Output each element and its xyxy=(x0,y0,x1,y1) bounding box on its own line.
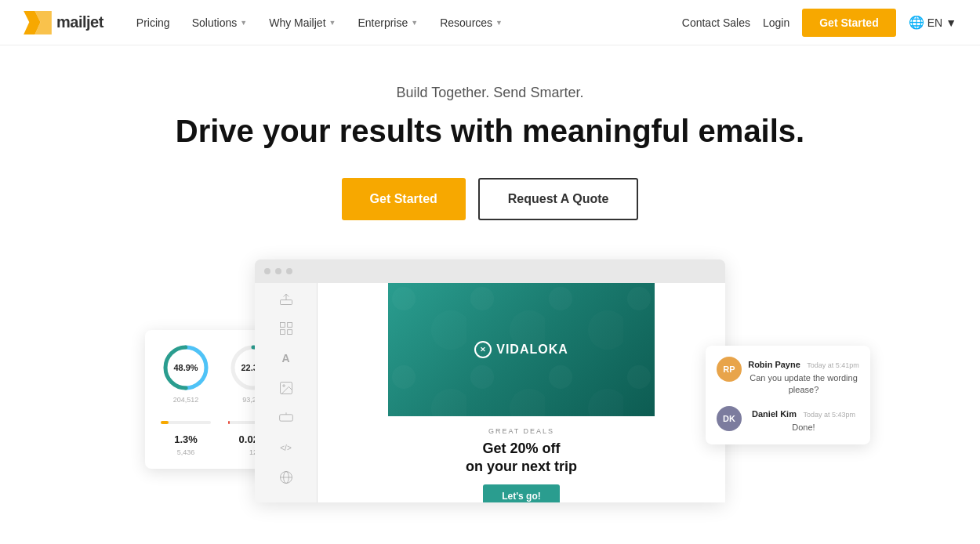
vidaloka-logo: ✕ VIDALOKA xyxy=(474,341,568,358)
email-body: GREAT DEALS Get 20% off on your next tri… xyxy=(388,416,655,502)
chevron-down-icon: ▼ xyxy=(946,16,956,29)
nav-resources[interactable]: Resources ▼ xyxy=(430,12,512,34)
language-selector[interactable]: 🌐 EN ▼ xyxy=(909,15,956,30)
email-deal-title: Get 20% off on your next trip xyxy=(401,440,642,477)
email-hero-image: ✕ VIDALOKA xyxy=(388,283,655,416)
stat-circle-1: 48.9% xyxy=(161,343,211,393)
code-icon: </> xyxy=(275,440,297,455)
nav-right: Contact Sales Login Get Started 🌐 EN ▼ xyxy=(682,9,956,37)
svg-rect-11 xyxy=(280,330,285,335)
vidaloka-circle-icon: ✕ xyxy=(474,341,492,358)
avatar-rp: RP xyxy=(717,357,742,382)
image-icon xyxy=(275,380,297,396)
navbar: mailjet Pricing Solutions ▼ Why Mailjet … xyxy=(0,0,980,45)
get-started-nav-button[interactable]: Get Started xyxy=(802,9,895,37)
nav-why-mailjet[interactable]: Why Mailjet ▼ xyxy=(260,12,345,34)
nav-links: Pricing Solutions ▼ Why Mailjet ▼ Enterp… xyxy=(127,12,682,34)
browser-dot-2 xyxy=(275,268,281,274)
chevron-down-icon: ▼ xyxy=(240,19,247,27)
social-icon xyxy=(275,470,297,485)
chevron-down-icon: ▼ xyxy=(411,19,418,27)
text-icon: A xyxy=(275,350,297,366)
nav-enterprise[interactable]: Enterprise ▼ xyxy=(348,12,427,34)
chat-time-1: Today at 5:41pm xyxy=(807,361,859,369)
chevron-down-icon: ▼ xyxy=(495,19,503,27)
chat-name-2: Daniel Kim Today at 5:43pm xyxy=(748,406,859,420)
logo-text: mailjet xyxy=(56,13,103,31)
hero-subheadline: Build Together. Send Smarter. xyxy=(397,85,584,101)
svg-point-14 xyxy=(282,385,285,387)
chat-bubble-1: Robin Payne Today at 5:41pm Can you upda… xyxy=(748,357,859,397)
hero-buttons: Get Started Request A Quote xyxy=(342,178,639,220)
chat-text-1: Can you update the wording please? xyxy=(748,372,859,397)
layout-icon xyxy=(275,321,297,336)
browser-content: A </> xyxy=(255,283,725,502)
chat-time-2: Today at 5:43pm xyxy=(803,411,855,419)
browser-titlebar xyxy=(255,259,725,283)
stat-bounce-rate: 1.3% 5,436 xyxy=(158,415,214,456)
email-card: ✕ VIDALOKA GREAT DEALS Get 20% off on yo… xyxy=(388,283,655,502)
svg-rect-12 xyxy=(287,330,292,335)
request-quote-button[interactable]: Request A Quote xyxy=(478,178,639,220)
stat3-sub: 5,436 xyxy=(177,448,195,456)
contact-sales-link[interactable]: Contact Sales xyxy=(682,16,750,29)
email-deal-label: GREAT DEALS xyxy=(401,427,642,435)
chat-bubble-2: Daniel Kim Today at 5:43pm Done! xyxy=(748,406,859,433)
email-preview: ✕ VIDALOKA GREAT DEALS Get 20% off on yo… xyxy=(318,283,725,502)
svg-rect-7 xyxy=(280,300,292,305)
upload-icon xyxy=(275,291,297,306)
avatar-dk: DK xyxy=(717,406,742,431)
svg-rect-15 xyxy=(279,415,292,421)
builder-sidebar: A </> xyxy=(255,283,318,502)
stat1-sub: 204,512 xyxy=(173,396,199,404)
chevron-down-icon: ▼ xyxy=(329,19,336,27)
chat-message-1: RP Robin Payne Today at 5:41pm Can you u… xyxy=(717,357,859,397)
chat-text-2: Done! xyxy=(748,422,859,433)
stat1-value: 48.9% xyxy=(173,363,198,372)
email-cta-button[interactable]: Let's go! xyxy=(483,484,560,502)
stat3-value: 1.3% xyxy=(174,433,198,445)
nav-pricing[interactable]: Pricing xyxy=(127,12,180,34)
browser-window: A </> xyxy=(255,259,725,502)
preview-section: 48.9% 204,512 22.3% 93,264 xyxy=(16,259,964,526)
chat-card: RP Robin Payne Today at 5:41pm Can you u… xyxy=(706,346,870,444)
hero-section: Build Together. Send Smarter. Drive your… xyxy=(0,45,980,542)
chat-name-1: Robin Payne Today at 5:41pm xyxy=(748,357,859,371)
nav-solutions[interactable]: Solutions ▼ xyxy=(183,12,257,34)
login-link[interactable]: Login xyxy=(763,16,789,29)
globe-icon: 🌐 xyxy=(909,15,924,30)
svg-rect-10 xyxy=(287,323,292,328)
get-started-hero-button[interactable]: Get Started xyxy=(342,178,466,220)
svg-rect-9 xyxy=(280,323,285,328)
logo[interactable]: mailjet xyxy=(24,11,103,34)
browser-dot-1 xyxy=(264,268,270,274)
hero-headline: Drive your results with meaningful email… xyxy=(176,112,804,150)
chat-message-2: DK Daniel Kim Today at 5:43pm Done! xyxy=(717,406,859,433)
browser-dot-3 xyxy=(286,268,292,274)
stat-open-rate: 48.9% 204,512 xyxy=(158,343,214,404)
button-icon xyxy=(275,410,297,426)
